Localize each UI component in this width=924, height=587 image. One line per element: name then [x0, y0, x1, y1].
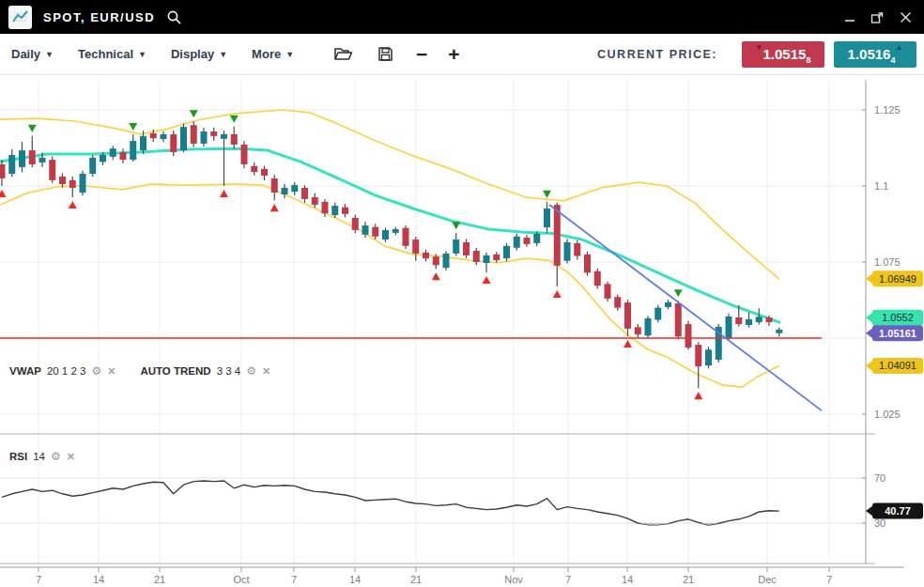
- svg-text:40.77: 40.77: [885, 505, 911, 517]
- sell-signal-icon: [28, 125, 37, 132]
- sell-signal-icon: [452, 222, 460, 229]
- save-icon[interactable]: [377, 46, 393, 62]
- display-dropdown[interactable]: Display ▼: [171, 47, 227, 61]
- current-price-label: CURRENT PRICE:: [597, 48, 717, 61]
- minimize-button[interactable]: [843, 10, 856, 23]
- price-axis-badge: 1.04091: [866, 358, 923, 374]
- svg-text:14: 14: [349, 574, 361, 585]
- timeframe-dropdown-label: Daily: [11, 47, 40, 61]
- buy-signal-icon: [270, 204, 279, 211]
- auto-trend-indicator-name: AUTO TREND: [140, 365, 210, 377]
- arrow-down-icon: ▼: [756, 44, 763, 52]
- svg-text:7: 7: [291, 574, 297, 585]
- svg-text:1.06949: 1.06949: [879, 273, 916, 285]
- chart-logo-icon: [8, 6, 32, 29]
- title-bar: SPOT, EUR/USD: [0, 0, 924, 34]
- open-folder-icon[interactable]: [333, 46, 353, 62]
- vwap-indicator-name: VWAP: [9, 365, 41, 377]
- svg-text:70: 70: [874, 472, 886, 484]
- more-dropdown-label: More: [252, 47, 281, 61]
- rsi-oversold-fill: [2, 434, 779, 525]
- svg-text:1.025: 1.025: [874, 409, 901, 420]
- chevron-down-icon: ▼: [138, 50, 146, 59]
- rsi-indicator-params: 14: [33, 451, 45, 462]
- toolbar: Daily ▼ Technical ▼ Display ▼ More ▼: [0, 34, 924, 75]
- bid-price-badge: ▼ 1.0515 8: [742, 41, 824, 68]
- ask-price-value: 1.0516: [848, 46, 891, 62]
- close-button[interactable]: [899, 10, 913, 24]
- buy-signal-icon: [624, 340, 632, 348]
- rsi-panel: [2, 481, 779, 525]
- vwap-line: [0, 148, 779, 322]
- ask-price-fraction: 4: [890, 55, 895, 65]
- svg-text:7: 7: [826, 574, 832, 585]
- svg-text:1.05161: 1.05161: [879, 328, 916, 339]
- rsi-indicator-name: RSI: [9, 451, 27, 462]
- svg-text:Dec: Dec: [758, 574, 777, 585]
- svg-text:30: 30: [874, 517, 886, 529]
- buy-signal-icon: [694, 392, 702, 399]
- price-chart-canvas[interactable]: 71421Oct71421Nov71421Dec71.1251.11.0751.…: [0, 0, 924, 587]
- sell-signal-icon: [190, 110, 198, 117]
- price-axis-badge: 1.0552: [866, 310, 923, 326]
- svg-text:Oct: Oct: [233, 574, 249, 585]
- gear-icon[interactable]: ⚙: [246, 365, 256, 377]
- window-title: SPOT, EUR/USD: [43, 10, 155, 24]
- sell-signal-icon: [230, 116, 239, 123]
- zoom-in-button[interactable]: +: [448, 44, 459, 64]
- svg-text:1.0552: 1.0552: [882, 312, 914, 323]
- more-dropdown[interactable]: More ▼: [252, 47, 294, 61]
- vwap-indicator-params: 20 1 2 3: [47, 365, 86, 377]
- chevron-down-icon: ▼: [45, 50, 54, 59]
- rsi-line: [2, 481, 779, 525]
- svg-text:7: 7: [36, 574, 41, 585]
- candles-layer: [0, 121, 782, 388]
- buy-signal-icon: [483, 276, 491, 284]
- price-axis-badge: 1.06949: [866, 270, 923, 286]
- search-icon[interactable]: [166, 9, 182, 25]
- gear-icon[interactable]: ⚙: [51, 451, 61, 462]
- svg-text:1.1: 1.1: [874, 180, 888, 192]
- arrow-up-icon: ▲: [895, 44, 902, 52]
- rsi-indicator-legend: RSI 14 ⚙ ✕: [9, 451, 75, 462]
- window-controls: [843, 9, 913, 25]
- sell-signal-icon: [129, 123, 137, 131]
- svg-text:14: 14: [622, 574, 633, 585]
- svg-text:1.075: 1.075: [874, 256, 901, 268]
- bollinger-lower-band: [0, 184, 779, 387]
- zoom-out-button[interactable]: −: [416, 44, 427, 64]
- gear-icon[interactable]: ⚙: [91, 365, 101, 377]
- ask-price-badge: 1.0516 4 ▲: [834, 41, 916, 68]
- price-axis-badge: 40.77: [866, 503, 923, 519]
- svg-text:21: 21: [154, 574, 165, 585]
- buy-signal-icon: [432, 272, 440, 280]
- close-icon[interactable]: ✕: [262, 366, 270, 377]
- buy-signal-icon: [553, 290, 562, 298]
- timeframe-dropdown[interactable]: Daily ▼: [11, 47, 54, 61]
- technical-dropdown-label: Technical: [78, 47, 133, 61]
- bollinger-upper-band: [0, 110, 779, 279]
- display-dropdown-label: Display: [171, 47, 214, 61]
- technical-dropdown[interactable]: Technical ▼: [78, 47, 146, 61]
- buy-signal-icon: [0, 190, 7, 197]
- close-icon[interactable]: ✕: [67, 452, 75, 462]
- svg-text:7: 7: [565, 574, 571, 585]
- bid-price-fraction: 8: [806, 55, 810, 65]
- bid-price-value: 1.0515: [763, 46, 807, 62]
- auto-trend-line[interactable]: [549, 205, 822, 410]
- svg-text:1.04091: 1.04091: [879, 360, 916, 371]
- auto-trend-indicator-params: 3 3 4: [217, 365, 241, 377]
- svg-text:21: 21: [410, 574, 422, 585]
- popout-button[interactable]: [870, 9, 886, 25]
- close-icon[interactable]: ✕: [107, 366, 116, 377]
- svg-text:Nov: Nov: [504, 574, 523, 585]
- svg-text:21: 21: [683, 574, 694, 585]
- chevron-down-icon: ▼: [219, 50, 227, 59]
- svg-text:1.125: 1.125: [874, 104, 901, 116]
- buy-signal-icon: [220, 190, 228, 197]
- svg-text:14: 14: [93, 574, 104, 585]
- buy-signal-icon: [69, 201, 77, 209]
- price-axis-badge: 1.05161: [866, 325, 923, 341]
- sell-signal-icon: [543, 191, 551, 198]
- chart-window: 71421Oct71421Nov71421Dec71.1251.11.0751.…: [0, 0, 924, 587]
